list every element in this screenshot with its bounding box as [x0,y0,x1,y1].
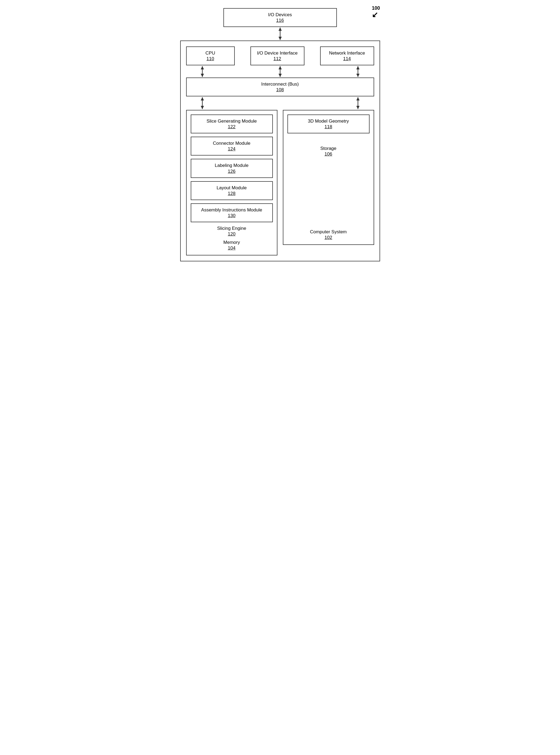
svg-marker-4 [201,66,204,69]
diagram-container: 100 ↙ I/O Devices 116 CPU 110 I [180,5,380,261]
storage-outer-box: 3D Model Geometry 118 Storage 106 Comput… [283,110,374,245]
interconnect-box: Interconnect (Bus) 108 [186,78,374,96]
network-interface-number: 114 [343,56,351,61]
io-interface-arrow [277,66,283,77]
io-interface-box: I/O Device Interface 112 [251,46,304,65]
double-arrow-svg [277,27,283,40]
arrows-components-to-bus [186,65,374,78]
memory-number: 104 [228,245,235,250]
model-geometry-label: 3D Model Geometry [308,119,349,124]
io-devices-label: I/O Devices [268,12,292,17]
labeling-module-box: Labeling Module 126 [191,159,273,178]
svg-marker-11 [356,74,360,77]
slicing-engine-section: Slicing Engine 120 [191,225,273,237]
network-interface-label: Network Interface [329,50,365,56]
io-interface-number: 112 [273,56,281,61]
labeling-module-number: 126 [228,169,235,174]
svg-marker-14 [201,106,204,109]
cpu-arrow [200,66,205,77]
storage-number: 106 [324,151,332,157]
assembly-instructions-label: Assembly Instructions Module [201,207,262,212]
cpu-label: CPU [205,50,215,56]
bus-left-arrow [200,97,205,109]
io-devices-number: 116 [276,18,284,23]
bus-right-arrow [355,97,361,109]
io-devices-wrapper: I/O Devices 116 [180,8,380,27]
slice-generating-number: 122 [228,124,235,129]
model-geometry-box: 3D Model Geometry 118 [287,115,369,134]
svg-marker-2 [279,37,282,40]
svg-marker-8 [279,74,282,77]
computer-system-label: Computer System [310,229,346,234]
io-devices-box: I/O Devices 116 [223,8,337,27]
memory-outer-box: Slice Generating Module 122 Connector Mo… [186,110,277,256]
cpu-box: CPU 110 [186,46,235,65]
connector-module-label: Connector Module [213,141,251,146]
computer-system-number: 102 [324,235,332,240]
svg-marker-1 [279,27,282,31]
labeling-module-label: Labeling Module [215,163,248,168]
ref-value: 100 [372,5,380,11]
memory-label: Memory [223,240,240,245]
assembly-instructions-number: 130 [228,213,235,218]
model-geometry-number: 118 [324,124,332,129]
connector-module-number: 124 [228,146,235,151]
slice-generating-label: Slice Generating Module [206,119,257,124]
slicing-engine-number: 120 [228,231,235,237]
arrows-bus-to-lower [186,96,374,110]
svg-marker-7 [279,66,282,69]
computer-system-label-section: Computer System 102 [287,229,369,240]
diagram-ref-number: 100 ↙ [372,5,380,19]
svg-marker-16 [356,97,360,100]
cpu-number: 110 [206,56,214,61]
storage-label-section: Storage 106 [287,146,369,157]
lower-row: Slice Generating Module 122 Connector Mo… [186,110,374,256]
arrow-io-to-system [180,27,380,41]
network-interface-box: Network Interface 114 [320,46,374,65]
svg-marker-5 [201,74,204,77]
io-interface-label: I/O Device Interface [257,50,297,56]
svg-marker-10 [356,66,360,69]
layout-module-box: Layout Module 128 [191,181,273,200]
storage-label: Storage [320,146,337,151]
assembly-instructions-box: Assembly Instructions Module 130 [191,203,273,222]
network-arrow [355,66,361,77]
connector-module-box: Connector Module 124 [191,137,273,156]
interconnect-number: 108 [276,87,284,93]
computer-system-box: CPU 110 I/O Device Interface 112 Network… [180,41,380,261]
ref-arrow-icon: ↙ [372,11,378,19]
slicing-engine-label: Slicing Engine [217,226,246,231]
memory-section: Memory 104 [191,240,273,251]
svg-marker-13 [201,97,204,100]
slice-generating-box: Slice Generating Module 122 [191,115,273,134]
layout-module-label: Layout Module [217,185,247,190]
svg-marker-17 [356,106,360,109]
top-components-row: CPU 110 I/O Device Interface 112 Network… [186,46,374,65]
layout-module-number: 128 [228,191,235,196]
interconnect-label: Interconnect (Bus) [261,82,299,87]
